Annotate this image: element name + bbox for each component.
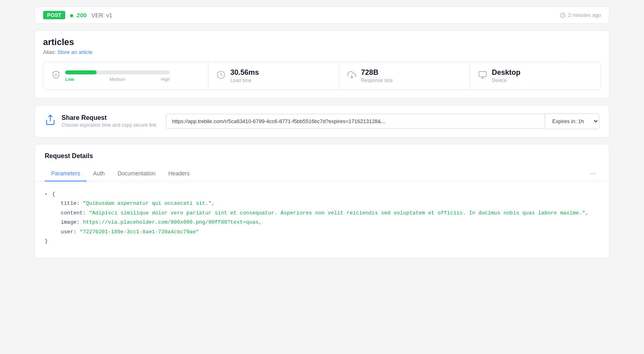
- share-url-input[interactable]: [166, 114, 545, 129]
- title-section: articles Alias: Store an article: [35, 30, 609, 99]
- json-content-key: content:: [61, 210, 86, 216]
- alias-link[interactable]: Store an article: [57, 49, 92, 55]
- json-user-row: user: "72270201-189e-3cc1-8ae1-739a4cbc7…: [61, 227, 599, 237]
- response-size-label: Response size: [361, 78, 393, 83]
- load-time-label: Load time: [230, 78, 259, 83]
- top-bar-right: 2 minutes ago: [560, 12, 601, 18]
- device-icon: [478, 70, 487, 81]
- tab-documentation[interactable]: Documentation: [111, 166, 162, 181]
- json-content: ▾ { title: "Quibusdam aspernatur qui occ…: [35, 181, 609, 258]
- tabs-bar: Parameters Auth Documentation Headers ··…: [35, 166, 609, 181]
- device-card: Desktop Device: [470, 62, 601, 90]
- device-label: Device: [492, 78, 520, 83]
- page-title: articles: [43, 37, 601, 47]
- json-brace-open: {: [52, 191, 55, 197]
- request-details-section: Request Details Parameters Auth Document…: [35, 144, 609, 258]
- load-time-value: 30.56ms: [230, 68, 259, 77]
- load-time-icon: [217, 70, 225, 81]
- share-subtitle: Choose expiration time and copy secure l…: [62, 122, 156, 128]
- share-expiry-select[interactable]: Expires in: 1h Expires in: 6h Expires in…: [545, 113, 599, 129]
- json-arrow: ▾: [45, 192, 47, 197]
- risk-bar-container: [65, 70, 170, 74]
- device-value: Desktop: [492, 68, 520, 77]
- response-size-value: 728B: [361, 68, 393, 77]
- json-image-key: image:: [61, 219, 80, 225]
- svg-rect-4: [479, 72, 486, 77]
- json-user-value: "72270201-189e-3cc1-8ae1-739a4cbc79ae": [80, 229, 199, 235]
- alias-line: Alias: Store an article: [43, 49, 601, 55]
- risk-meter-content: Low Medium High: [65, 70, 200, 82]
- share-text: Share Request Choose expiration time and…: [62, 114, 156, 128]
- json-title-key: title:: [61, 200, 80, 206]
- risk-label-low: Low: [65, 77, 74, 82]
- top-bar-left: POST 200 VER: v1: [43, 11, 112, 19]
- risk-label-high: High: [161, 77, 170, 82]
- metrics-row: Low Medium High 30.56ms Load time: [43, 62, 601, 90]
- top-bar: POST 200 VER: v1 2 minutes ago: [35, 6, 609, 24]
- tab-headers[interactable]: Headers: [162, 166, 196, 181]
- json-image-value: https://via.placeholder.com/800x600.png/…: [83, 219, 262, 225]
- timestamp: 2 minutes ago: [568, 12, 601, 18]
- json-content-row: content: "Adipisci similique dolor vero …: [61, 208, 599, 218]
- risk-labels: Low Medium High: [65, 77, 170, 82]
- load-time-content: 30.56ms Load time: [230, 68, 259, 83]
- risk-label-medium: Medium: [109, 77, 125, 82]
- share-title: Share Request: [62, 114, 156, 121]
- share-section: Share Request Choose expiration time and…: [35, 105, 609, 138]
- risk-meter-card: Low Medium High: [43, 62, 208, 90]
- share-icon: [45, 114, 56, 128]
- version-label: VER: v1: [91, 12, 112, 19]
- json-content-value: "Adipisci similique dolor vero pariatur …: [89, 210, 588, 216]
- status-indicator: 200: [70, 12, 87, 19]
- json-user-key: user:: [61, 229, 76, 235]
- json-brace-close: }: [45, 238, 48, 244]
- response-size-card: 728B Response size: [339, 62, 470, 90]
- share-icon-wrap: Share Request Choose expiration time and…: [45, 114, 156, 128]
- clock-icon: [560, 12, 566, 18]
- tabs-more-button[interactable]: ···: [587, 168, 599, 179]
- response-size-content: 728B Response size: [361, 68, 393, 83]
- response-size-icon: [347, 70, 356, 81]
- device-content: Desktop Device: [492, 68, 520, 83]
- status-dot: [70, 14, 73, 17]
- method-badge: POST: [43, 11, 65, 19]
- json-title-row: title: "Quibusdam aspernatur qui occaeca…: [61, 199, 599, 208]
- load-time-card: 30.56ms Load time: [208, 62, 339, 90]
- shield-icon: [52, 70, 60, 82]
- json-close-brace: }: [45, 237, 599, 246]
- json-open-brace: ▾ {: [45, 189, 599, 199]
- json-title-value: "Quibusdam aspernatur qui occaecati sit.…: [83, 200, 215, 206]
- json-image-row: image: https://via.placeholder.com/800x6…: [61, 218, 599, 227]
- tab-auth[interactable]: Auth: [87, 166, 111, 181]
- section-title: Request Details: [35, 152, 609, 166]
- alias-label: Alias:: [43, 49, 56, 55]
- risk-bar-fill: [65, 70, 97, 74]
- tab-parameters[interactable]: Parameters: [45, 166, 87, 181]
- status-code: 200: [76, 12, 87, 19]
- svg-point-1: [55, 74, 57, 76]
- share-url-area: Expires in: 1h Expires in: 6h Expires in…: [166, 113, 599, 129]
